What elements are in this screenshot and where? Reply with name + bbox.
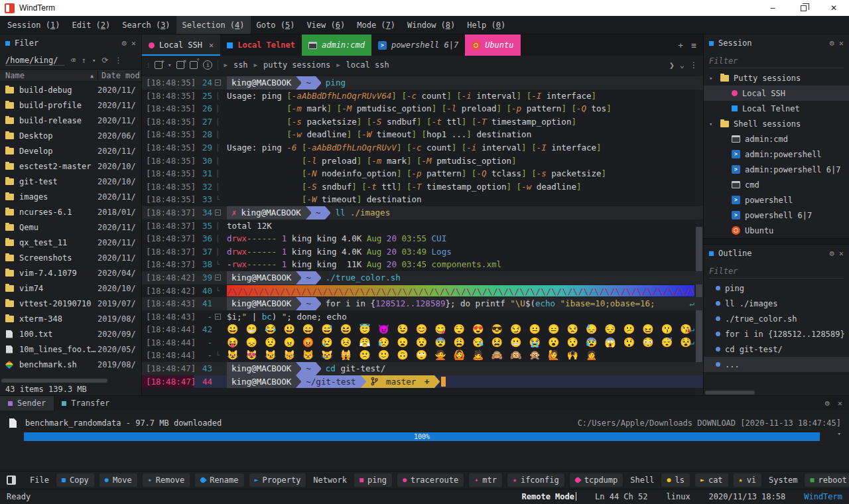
menu-help[interactable]: Help (0) [461,16,511,34]
more-icon[interactable]: ⋮ [114,56,122,65]
menu-window[interactable]: Window (8) [401,16,461,34]
breadcrumb-item[interactable]: ssh [233,60,248,70]
file-row[interactable]: Qemu2020/11/ [0,220,141,235]
up-dir-icon[interactable]: ↑ [82,56,86,65]
session-filter-input[interactable]: Filter [709,54,844,68]
menu-selection[interactable]: Selection (4) [176,16,251,34]
toolbar-button-property[interactable]: ►Property [249,473,306,487]
tab-local-ssh[interactable]: Local SSH✕ [142,34,220,56]
chevron-down-icon[interactable]: ▾ [92,57,96,64]
file-row[interactable]: build-release2020/11/ [0,113,141,128]
toolbar-more-icon[interactable]: ⋮ [690,60,698,70]
menu-search[interactable]: Search (3) [116,16,176,34]
terminal-screen[interactable]: [18:48:35]24−king@MACBOOK~ping[18:48:35]… [142,74,703,395]
fold-marker[interactable]: − [212,206,223,220]
close-button[interactable]: ✕ [818,0,849,16]
transfer-tab-sender[interactable]: Sender [0,396,54,410]
new-tab-dropdown-icon[interactable]: ▾ [168,62,171,68]
file-row[interactable]: git-test2020/10/ [0,174,141,189]
status-os[interactable]: linux [666,492,690,501]
close-icon[interactable]: ✕ [838,399,842,408]
outline-item[interactable]: ... [704,357,849,372]
tab-powershell-6-7[interactable]: >powershell 6|7 [371,34,465,56]
file-row[interactable]: 100.txt2020/09/ [0,326,141,342]
toolbar-button-cat[interactable]: ►cat [695,473,728,487]
toolbar-button-move[interactable]: ●Move [99,473,137,487]
close-icon[interactable]: ✕ [131,38,136,48]
clone-tab-icon[interactable]: ° [190,61,198,69]
close-icon[interactable]: ✕ [839,249,844,258]
menu-edit[interactable]: Edit (2) [66,16,117,34]
file-row[interactable]: vim742020/10/ [0,281,141,296]
collapse-icon[interactable]: ⌄ [680,60,685,70]
toolbar-button-copy[interactable]: ■Copy [56,473,94,487]
file-row[interactable]: Desktop2020/06/ [0,128,141,143]
menu-view[interactable]: View (6) [300,16,351,34]
session-item-shell-sessions[interactable]: ▾Shell sessions [704,116,849,131]
chevron-down-icon[interactable]: ▾ [838,430,841,437]
outline-item[interactable]: ll ./images [704,296,849,311]
close-icon[interactable]: ✕ [839,38,844,48]
outline-item[interactable]: ping [704,281,849,296]
column-name[interactable]: Name ▲ [0,71,98,80]
file-row[interactable]: 10m_lines_foo.t…2020/05/ [0,342,141,357]
file-row[interactable]: Develop2020/11/ [0,143,141,158]
info-icon[interactable]: i [203,60,212,70]
outline-item[interactable]: for i in {128512..128589} [704,326,849,342]
session-item-putty-sessions[interactable]: ▾Putty sessions [704,70,849,86]
gear-icon[interactable]: ⚙ [830,249,834,258]
close-icon[interactable]: ✕ [209,40,214,50]
gear-icon[interactable]: ⚙ [122,38,127,48]
file-row[interactable]: vttest-201907102019/07/ [0,296,141,311]
outline-item[interactable]: ./true_color.sh [704,311,849,326]
outline-filter-input[interactable]: Filter [709,264,844,279]
file-row[interactable]: qx_test_112020/11/ [0,235,141,250]
column-date[interactable]: Date mod [98,71,141,80]
menu-session[interactable]: Session (1) [1,16,66,34]
expander-icon[interactable]: ▾ [709,121,716,127]
session-item-admin-powershell[interactable]: >admin:powershell [704,147,849,162]
tab-admin-cmd[interactable]: admin:cmd [302,34,371,56]
file-row[interactable]: esctest2-master2020/10/ [0,158,141,174]
transfer-item[interactable]: benchmark_randomdata - 97.7 MB downloade… [9,418,841,428]
status-mode[interactable]: Remote Mode [522,492,576,501]
minimize-button[interactable]: – [757,0,788,16]
tab-menu-icon[interactable]: ≡ [691,40,696,50]
toolbar-button-ls[interactable]: ●ls [661,473,689,487]
toolbar-button-rename[interactable]: Rename [195,473,243,487]
gear-icon[interactable]: ⚙ [825,399,830,408]
toolbar-button-vi[interactable]: ★vi [734,473,761,487]
file-row[interactable]: build-debug2020/11/ [0,82,141,97]
file-row[interactable]: build-profile2020/11/ [0,97,141,113]
new-tab-plus-icon[interactable]: + [678,40,683,50]
session-item-powershell-6-7[interactable]: >powershell 6|7 [704,208,849,223]
session-item-powershell[interactable]: >powershell [704,192,849,208]
transfer-tab-transfer[interactable]: Transfer [54,396,117,410]
session-item-admin-cmd[interactable]: admin:cmd [704,131,849,147]
close-tab-icon[interactable]: × [176,61,184,69]
menu-goto[interactable]: Goto (5) [251,16,301,34]
fold-marker[interactable]: − [212,271,223,284]
gear-icon[interactable]: ⚙ [830,38,834,48]
restore-button[interactable] [788,0,818,16]
breadcrumb-item[interactable]: putty sessions [263,60,330,70]
toolbar-button-ifconfig[interactable]: ★ifconfig [507,473,564,487]
outline-item[interactable]: cd git-test/ [704,342,849,357]
outline-hscrollbar[interactable] [705,391,848,395]
scroll-thumb[interactable] [705,391,755,395]
fold-marker[interactable]: − [212,310,223,324]
file-row[interactable]: Screenshots2020/11/ [0,250,141,265]
toolbar-button-ping[interactable]: ■ping [354,473,392,487]
session-item-cmd[interactable]: cmd [704,177,849,192]
tab-local-telnet[interactable]: Local Telnet [220,34,302,56]
session-item-local-ssh[interactable]: Local SSH [704,86,849,101]
filer-hscrollbar[interactable] [1,379,140,383]
status-position[interactable]: Ln 44 Ch 52 [595,492,647,501]
status-app[interactable]: WindTerm [804,492,842,501]
toolbar-button-remove[interactable]: ✦Remove [143,473,190,487]
scroll-thumb[interactable] [1,379,107,383]
path-input[interactable]: /home/king/ [5,56,64,66]
status-datetime[interactable]: 2020/11/13 18:58 [709,492,786,501]
panel-toggle-icon[interactable] [7,475,16,485]
session-item-ubuntu[interactable]: Ubuntu [704,223,849,238]
